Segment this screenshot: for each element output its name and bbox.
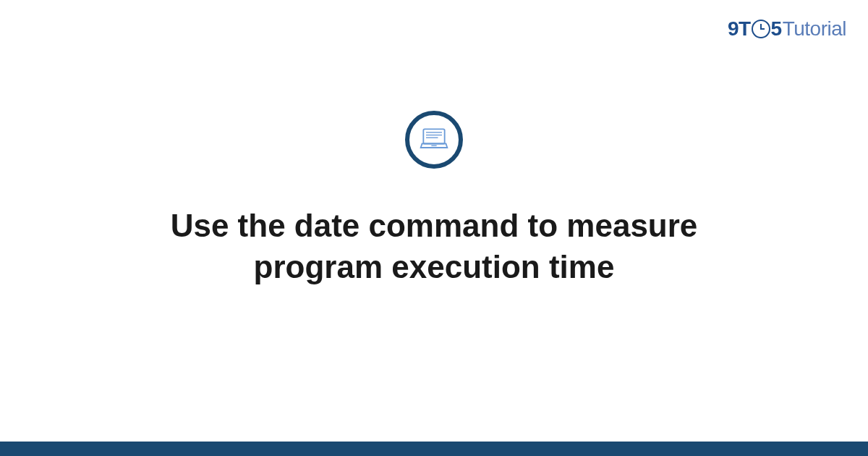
svg-rect-0 [423,129,444,143]
laptop-icon-circle [405,111,463,169]
laptop-icon [418,124,450,156]
main-content: Use the date command to measure program … [0,0,868,442]
footer-accent-bar [0,442,868,456]
page-title: Use the date command to measure program … [109,205,760,287]
